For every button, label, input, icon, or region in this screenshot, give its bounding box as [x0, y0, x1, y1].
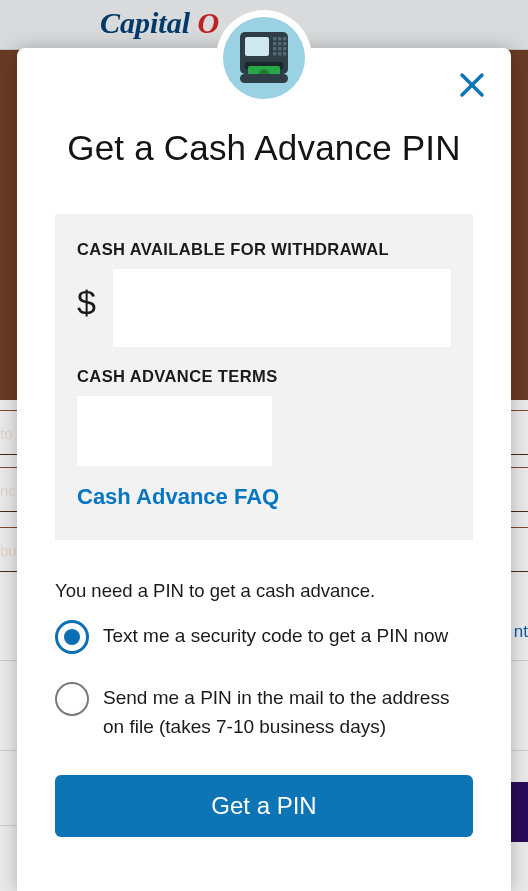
svg-rect-8	[283, 42, 287, 46]
radio-unselected-icon	[55, 682, 89, 716]
cash-advance-faq-link[interactable]: Cash Advance FAQ	[77, 484, 279, 510]
svg-rect-9	[273, 47, 277, 51]
svg-rect-14	[283, 52, 287, 56]
cash-advance-pin-modal: Get a Cash Advance PIN CASH AVAILABLE FO…	[17, 48, 511, 891]
svg-rect-10	[278, 47, 282, 51]
option-mail-pin-label: Send me a PIN in the mail to the address…	[103, 682, 473, 741]
close-icon	[459, 72, 485, 98]
svg-rect-7	[278, 42, 282, 46]
pin-delivery-options: Text me a security code to get a PIN now…	[55, 620, 473, 741]
cash-advance-terms-label: CASH ADVANCE TERMS	[77, 367, 451, 386]
get-a-pin-button[interactable]: Get a PIN	[55, 775, 473, 837]
svg-rect-3	[273, 37, 277, 41]
svg-rect-18	[240, 74, 288, 83]
svg-rect-2	[245, 37, 269, 56]
cash-available-label: CASH AVAILABLE FOR WITHDRAWAL	[77, 240, 451, 259]
svg-rect-5	[283, 37, 287, 41]
atm-icon	[216, 10, 312, 106]
cash-available-value	[113, 269, 451, 347]
svg-rect-13	[278, 52, 282, 56]
cash-advance-info-box: CASH AVAILABLE FOR WITHDRAWAL $ CASH ADV…	[55, 214, 473, 540]
option-text-code-label: Text me a security code to get a PIN now	[103, 620, 448, 651]
currency-symbol: $	[77, 269, 113, 322]
cash-advance-terms-value	[77, 396, 272, 466]
svg-rect-6	[273, 42, 277, 46]
svg-rect-12	[273, 52, 277, 56]
need-pin-text: You need a PIN to get a cash advance.	[55, 580, 473, 602]
option-text-code[interactable]: Text me a security code to get a PIN now	[55, 620, 473, 654]
option-mail-pin[interactable]: Send me a PIN in the mail to the address…	[55, 682, 473, 741]
svg-rect-11	[283, 47, 287, 51]
radio-selected-icon	[55, 620, 89, 654]
svg-rect-4	[278, 37, 282, 41]
close-button[interactable]	[455, 68, 489, 102]
